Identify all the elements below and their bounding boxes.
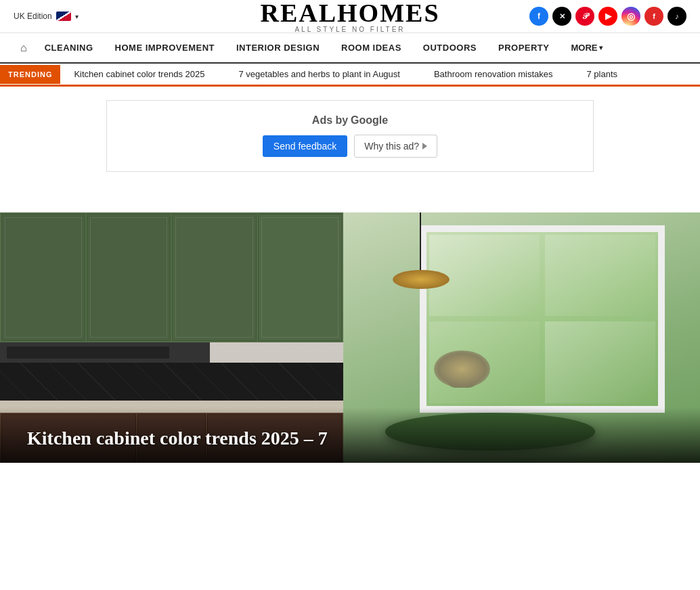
nav-more-button[interactable]: MORE ▾ xyxy=(560,33,613,62)
pendant-shade xyxy=(393,270,450,289)
facebook-icon[interactable]: f xyxy=(529,7,548,26)
ads-by-google-label: Ads by Google xyxy=(127,114,573,127)
site-header: UK Edition ▾ REALHOMES ALL STYLE NO FILT… xyxy=(0,0,700,33)
hero-image: Kitchen cabinet color trends 2025 – 7 xyxy=(0,212,700,463)
nav-item-cleaning[interactable]: CLEANING xyxy=(34,33,104,62)
nav-item-outdoors[interactable]: OUTDOORS xyxy=(412,33,487,62)
flipboard-icon[interactable]: f xyxy=(644,7,663,26)
play-icon xyxy=(422,143,427,150)
hero-text-overlay: Kitchen cabinet color trends 2025 – 7 xyxy=(0,407,700,463)
more-chevron-icon: ▾ xyxy=(599,44,603,51)
trending-link-2[interactable]: Bathroom renovation mistakes xyxy=(420,64,573,85)
hero-title: Kitchen cabinet color trends 2025 – 7 xyxy=(27,428,673,449)
spacer xyxy=(0,185,700,212)
extractor-hood xyxy=(0,342,210,363)
vase-plant xyxy=(434,350,490,413)
window-pane-2 xyxy=(545,235,655,317)
ad-buttons-group: Send feedback Why this ad? xyxy=(127,135,573,158)
social-icons-group: f ✕ 𝒫 ▶ ◎ f ♪ xyxy=(529,7,686,26)
why-this-ad-button[interactable]: Why this ad? xyxy=(354,135,437,158)
twitter-x-icon[interactable]: ✕ xyxy=(552,7,571,26)
window-pane-4 xyxy=(545,321,655,403)
hero-section: Kitchen cabinet color trends 2025 – 7 xyxy=(0,212,700,463)
instagram-icon[interactable]: ◎ xyxy=(621,7,640,26)
edition-label: UK Edition xyxy=(14,12,52,21)
trending-link-0[interactable]: Kitchen cabinet color trends 2025 xyxy=(60,64,225,85)
youtube-icon[interactable]: ▶ xyxy=(598,7,617,26)
main-nav: ⌂ CLEANING HOME IMPROVEMENT INTERIOR DES… xyxy=(0,33,700,64)
upper-cabinets-left xyxy=(0,212,343,342)
trending-link-3[interactable]: 7 plants xyxy=(573,64,638,85)
trending-links-group: Kitchen cabinet color trends 2025 7 vege… xyxy=(60,64,638,85)
nav-item-property[interactable]: PROPERTY xyxy=(487,33,561,62)
home-nav-icon[interactable]: ⌂ xyxy=(14,34,34,62)
nav-item-interior-design[interactable]: INTERIOR DESIGN xyxy=(225,33,330,62)
edition-selector[interactable]: UK Edition ▾ xyxy=(14,12,79,21)
uk-flag-icon xyxy=(56,12,71,21)
ad-section: ‹ Ads by Google Send feedback Why this a… xyxy=(0,87,700,185)
site-logo[interactable]: REALHOMES ALL STYLE NO FILTER xyxy=(260,0,439,33)
nav-item-room-ideas[interactable]: ROOM IDEAS xyxy=(330,33,412,62)
site-name: REALHOMES xyxy=(260,0,439,26)
send-feedback-button[interactable]: Send feedback xyxy=(263,135,347,157)
nav-item-home-improvement[interactable]: HOME IMPROVEMENT xyxy=(104,33,225,62)
ad-box: Ads by Google Send feedback Why this ad? xyxy=(106,100,594,172)
chevron-down-icon: ▾ xyxy=(75,13,79,20)
pendant-cord xyxy=(420,212,421,273)
tiktok-icon[interactable]: ♪ xyxy=(668,7,686,26)
pinterest-icon[interactable]: 𝒫 xyxy=(575,7,594,26)
trending-label: TRENDING xyxy=(0,65,60,84)
trending-bar: TRENDING Kitchen cabinet color trends 20… xyxy=(0,64,700,87)
backsplash xyxy=(0,363,343,401)
trending-link-1[interactable]: 7 vegetables and herbs to plant in Augus… xyxy=(225,64,420,85)
